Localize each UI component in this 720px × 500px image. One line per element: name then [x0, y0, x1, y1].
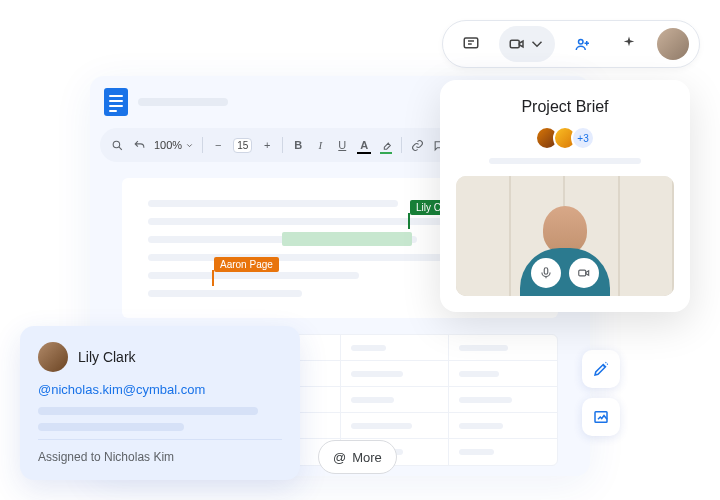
plus-icon[interactable]: + — [260, 138, 274, 152]
more-button[interactable]: @ More — [318, 440, 397, 474]
italic-button[interactable]: I — [313, 138, 327, 152]
chat-icon[interactable] — [453, 26, 489, 62]
mic-button[interactable] — [531, 258, 561, 288]
collaborator-label-orange: Aaron Page — [214, 257, 279, 272]
people-icon[interactable] — [565, 26, 601, 62]
docs-logo-icon — [104, 88, 128, 116]
doc-title-placeholder — [138, 98, 228, 106]
font-size-input[interactable]: 15 — [233, 138, 252, 153]
more-label: More — [352, 450, 382, 465]
svg-rect-10 — [579, 270, 586, 276]
svg-rect-1 — [510, 40, 519, 48]
meet-panel: Project Brief +3 — [440, 80, 690, 312]
link-icon[interactable] — [410, 138, 424, 152]
svg-rect-0 — [464, 38, 478, 48]
zoom-select[interactable]: 100% — [154, 139, 194, 151]
collaborator-cursor-green — [408, 213, 410, 229]
text-color-button[interactable]: A — [357, 138, 371, 152]
at-icon: @ — [333, 450, 346, 465]
comment-mention[interactable]: @nicholas.kim@cymbal.com — [38, 382, 282, 397]
comment-assigned: Assigned to Nicholas Kim — [38, 439, 282, 464]
video-feed[interactable] — [456, 176, 674, 296]
edit-pencil-button[interactable] — [582, 350, 620, 388]
svg-rect-9 — [544, 268, 548, 274]
highlight-button[interactable] — [379, 138, 393, 152]
meet-subtitle-placeholder — [489, 158, 642, 164]
undo-icon[interactable] — [132, 138, 146, 152]
underline-button[interactable]: U — [335, 138, 349, 152]
svg-point-3 — [113, 141, 120, 148]
minus-icon[interactable]: − — [211, 138, 225, 152]
participant-avatars: +3 — [456, 126, 674, 150]
participant-more[interactable]: +3 — [571, 126, 595, 150]
app-topbar — [442, 20, 700, 68]
comment-card[interactable]: Lily Clark @nicholas.kim@cymbal.com Assi… — [20, 326, 300, 480]
user-avatar[interactable] — [657, 28, 689, 60]
camera-dropdown[interactable] — [499, 26, 555, 62]
sparkle-icon[interactable] — [611, 26, 647, 62]
camera-button[interactable] — [569, 258, 599, 288]
side-tools — [582, 350, 620, 436]
image-insert-button[interactable] — [582, 398, 620, 436]
bold-button[interactable]: B — [291, 138, 305, 152]
meet-title: Project Brief — [456, 98, 674, 116]
search-icon[interactable] — [110, 138, 124, 152]
collaborator-cursor-orange — [212, 270, 214, 286]
selection-highlight — [282, 232, 412, 246]
commenter-name: Lily Clark — [78, 349, 136, 365]
commenter-avatar — [38, 342, 68, 372]
svg-point-2 — [579, 40, 584, 45]
